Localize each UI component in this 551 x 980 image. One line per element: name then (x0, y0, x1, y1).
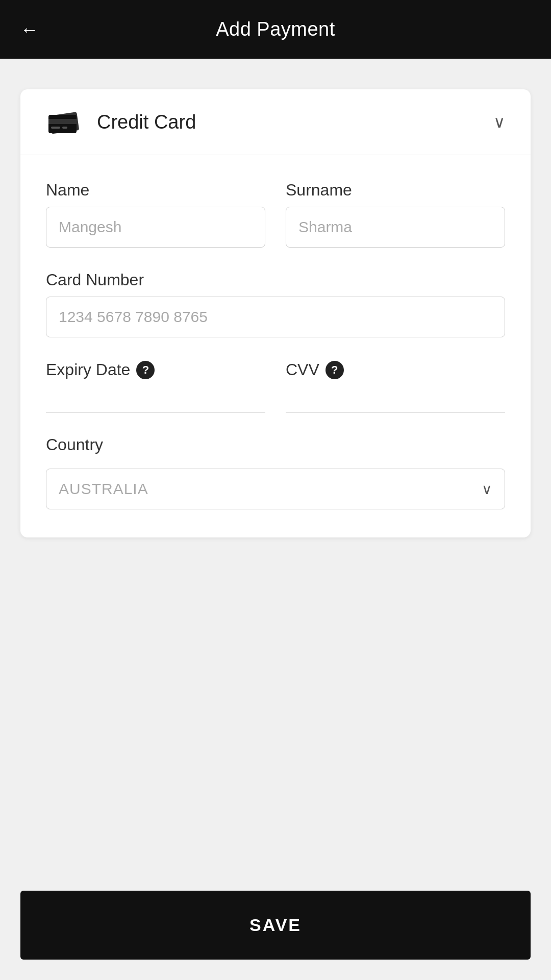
expiry-cvv-row: Expiry Date ? CVV ? (46, 360, 505, 412)
save-button[interactable]: SAVE (20, 891, 531, 960)
country-value: AUSTRALIA (59, 480, 148, 498)
credit-card-icon (46, 109, 82, 135)
back-button[interactable]: ← (20, 19, 39, 40)
cvv-header: CVV ? (286, 360, 505, 379)
surname-field-group: Surname (286, 181, 505, 248)
country-group: Country AUSTRALIA ∨ (46, 435, 505, 509)
card-number-input[interactable] (46, 297, 505, 337)
expiry-input[interactable] (46, 384, 265, 412)
main-content: Credit Card ∨ Name Surname Card Number (0, 59, 551, 568)
name-label: Name (46, 181, 265, 200)
chevron-down-icon: ∨ (493, 112, 505, 132)
svg-rect-3 (51, 127, 60, 129)
cvv-input[interactable] (286, 384, 505, 412)
expiry-question-icon[interactable]: ? (136, 361, 155, 379)
card-number-group: Card Number (46, 271, 505, 337)
name-field-group: Name (46, 181, 265, 248)
card-number-label: Card Number (46, 271, 505, 289)
cvv-label: CVV (286, 360, 319, 379)
expiry-label: Expiry Date (46, 360, 130, 379)
expiry-header: Expiry Date ? (46, 360, 265, 379)
surname-input[interactable] (286, 207, 505, 248)
save-button-container: SAVE (0, 891, 551, 980)
surname-label: Surname (286, 181, 505, 200)
credit-card-selector[interactable]: Credit Card ∨ (20, 89, 531, 155)
cvv-question-icon[interactable]: ? (325, 361, 344, 379)
svg-rect-4 (62, 127, 67, 129)
credit-card-label: Credit Card (97, 111, 196, 133)
form-area: Name Surname Card Number Expiry Date (20, 155, 531, 537)
country-label: Country (46, 435, 505, 454)
name-surname-row: Name Surname (46, 181, 505, 248)
country-select[interactable]: AUSTRALIA ∨ (46, 469, 505, 509)
country-chevron-icon: ∨ (482, 481, 492, 498)
page-title: Add Payment (216, 18, 335, 40)
name-input[interactable] (46, 207, 265, 248)
cvv-field-group: CVV ? (286, 360, 505, 412)
expiry-field-group: Expiry Date ? (46, 360, 265, 412)
svg-rect-2 (48, 119, 77, 124)
card-section: Credit Card ∨ Name Surname Card Number (20, 89, 531, 537)
credit-card-left: Credit Card (46, 109, 196, 135)
header: ← Add Payment (0, 0, 551, 59)
